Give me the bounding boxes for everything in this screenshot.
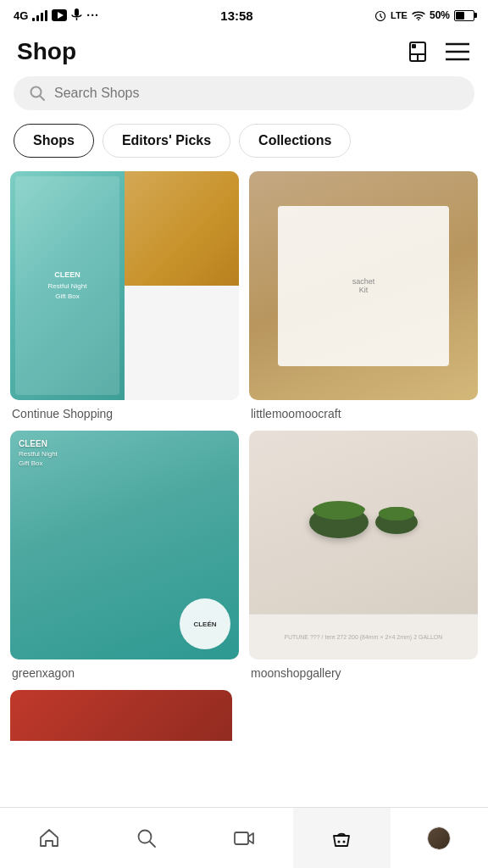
mic-icon — [71, 8, 82, 22]
product-name-littlemoomoocraft: littlemoomoocraft — [249, 407, 478, 420]
nav-shop[interactable] — [293, 808, 391, 868]
product-name-moonshopgallery: moonshopgallery — [249, 666, 478, 680]
bookmark-icon — [405, 39, 430, 64]
main-content: Shops Editors' Picks Collections CLEENRe… — [0, 76, 488, 809]
nav-profile[interactable] — [391, 808, 488, 868]
home-icon — [37, 826, 61, 850]
svg-point-20 — [338, 840, 341, 843]
tab-editors-picks[interactable]: Editors' Picks — [103, 124, 230, 158]
moss-bowl-large — [309, 506, 369, 538]
svg-rect-19 — [235, 832, 248, 844]
status-bar: 4G ··· 13:58 LTE — [0, 0, 488, 31]
profile-avatar — [427, 826, 451, 850]
sachet-kit-label: sachetKit — [278, 206, 450, 366]
menu-button[interactable] — [444, 41, 471, 63]
time-display: 13:58 — [220, 8, 252, 23]
product-card-moonshopgallery[interactable]: FUTUNE ??? / tere 272 200 (84mm × 2×4 2m… — [249, 431, 478, 680]
tab-shops[interactable]: Shops — [14, 124, 94, 158]
wifi-icon — [412, 10, 425, 20]
product-image-moonshopgallery: FUTUNE ??? / tere 272 200 (84mm × 2×4 2m… — [249, 431, 478, 659]
nav-search[interactable] — [97, 808, 195, 868]
youtube-icon — [52, 9, 67, 21]
alarm-icon — [374, 9, 386, 21]
product-card-littlemoomoocraft[interactable]: sachetKit littlemoomoocraft — [249, 171, 478, 420]
moss-bowl-small — [375, 510, 418, 534]
svg-point-7 — [418, 19, 419, 21]
battery-percent: 50% — [430, 9, 450, 21]
product-img-cleen-box: CLEENRestful NightGift Box — [10, 171, 125, 400]
nav-video[interactable] — [195, 808, 292, 868]
svg-point-17 — [138, 830, 151, 843]
lte-text: LTE — [391, 10, 408, 20]
svg-line-18 — [150, 842, 155, 847]
status-left: 4G ··· — [14, 8, 99, 22]
moonshop-tag: FUTUNE ??? / tere 272 200 (84mm × 2×4 2m… — [249, 614, 478, 659]
svg-rect-2 — [75, 8, 79, 16]
product-name-continue-shopping: Continue Shopping — [10, 407, 239, 420]
partial-card-red[interactable] — [10, 690, 232, 741]
video-icon — [232, 826, 256, 850]
nav-home[interactable] — [0, 808, 97, 868]
cleen-label: CLEENRestful NightGift Box — [19, 439, 58, 467]
product-card-greenxagon[interactable]: CLEENRestful NightGift Box CLEÉN greenxa… — [10, 431, 239, 680]
svg-rect-11 — [412, 44, 416, 48]
svg-line-16 — [40, 96, 44, 100]
search-section — [0, 76, 488, 124]
partial-cards-row — [0, 680, 488, 741]
battery-icon — [454, 10, 474, 21]
products-grid: CLEENRestful NightGift Box Continue Shop… — [0, 171, 488, 680]
product-img-jewelry — [125, 171, 239, 286]
shop-icon — [330, 826, 353, 850]
page-header: Shop — [0, 31, 488, 76]
product-img-white1 — [125, 286, 239, 400]
search-nav-icon — [135, 826, 158, 850]
signal-bars — [32, 10, 47, 21]
product-card-continue-shopping[interactable]: CLEENRestful NightGift Box Continue Shop… — [10, 171, 239, 420]
search-icon — [29, 85, 46, 102]
product-name-greenxagon: greenxagon — [10, 666, 239, 680]
hamburger-icon — [446, 42, 469, 61]
product-image-greenxagon: CLEENRestful NightGift Box CLEÉN — [10, 431, 239, 659]
carrier-text: 4G — [14, 9, 28, 22]
tab-collections[interactable]: Collections — [239, 124, 351, 158]
more-dots: ··· — [86, 8, 99, 22]
bookmark-button[interactable] — [403, 37, 432, 66]
search-bar[interactable] — [14, 76, 474, 110]
bottom-nav — [0, 807, 488, 868]
tabs-container: Shops Editors' Picks Collections — [0, 124, 488, 171]
status-right: LTE 50% — [374, 9, 474, 21]
search-input[interactable] — [54, 86, 459, 101]
page-title: Shop — [17, 38, 76, 65]
header-actions — [403, 37, 471, 66]
svg-line-6 — [380, 16, 382, 18]
svg-point-21 — [343, 840, 346, 843]
product-image-littlemoomoocraft: sachetKit — [249, 171, 478, 400]
product-image-continue-shopping: CLEENRestful NightGift Box — [10, 171, 239, 400]
